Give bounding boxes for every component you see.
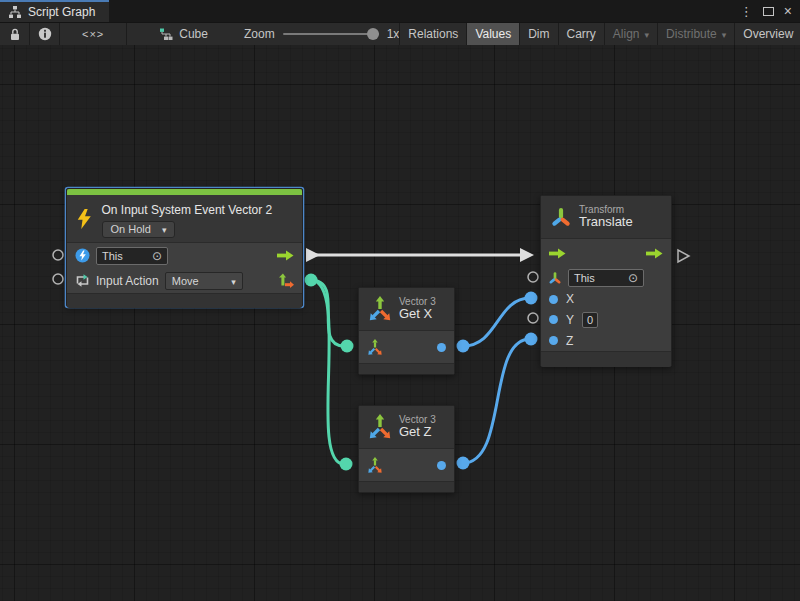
lock-icon: [9, 28, 21, 41]
window-titlebar: Script Graph ⋮ ×: [0, 0, 800, 22]
node-transform-translate[interactable]: Transform Translate This: [540, 195, 672, 367]
info-icon: [38, 27, 52, 41]
toolbar-button-values[interactable]: Values: [467, 23, 520, 45]
transform-icon: [550, 206, 572, 228]
tab-script-graph[interactable]: Script Graph: [0, 0, 109, 22]
translate-this-unconnected-port[interactable]: [528, 272, 538, 282]
getx-output-port-dot[interactable]: [457, 340, 470, 353]
toolbar-button-relations[interactable]: Relations: [400, 23, 467, 45]
port-label-x: X: [566, 292, 574, 306]
node-title: On Input System Event Vector 2: [102, 203, 273, 217]
node-footer: [67, 293, 302, 308]
port-label-y: Y: [566, 313, 574, 327]
getz-input-port-dot[interactable]: [340, 458, 353, 471]
float-output-port[interactable]: [437, 343, 446, 352]
close-icon[interactable]: ×: [784, 4, 792, 18]
graph-toolbar: <×> Cube Zoom 1x Relations Values Dim Ca…: [0, 22, 800, 45]
info-button[interactable]: [30, 23, 60, 45]
vector3-port-icon[interactable]: [367, 457, 383, 474]
toolbar-button-overview[interactable]: Overview: [735, 23, 800, 45]
translate-x-row: X: [541, 289, 671, 309]
node-get-z[interactable]: Vector 3 Get Z: [358, 405, 455, 493]
node-name: Get X: [399, 307, 436, 322]
tab-title: Script Graph: [28, 5, 95, 19]
float-wire-x: [463, 298, 530, 346]
toolbar-button-carry[interactable]: Carry: [559, 23, 605, 45]
input-action-icon: [75, 273, 90, 288]
event-this-field[interactable]: This ⊙: [96, 247, 168, 265]
vector2-wire-to-getx: [311, 280, 344, 346]
event-action-unconnected-port[interactable]: [53, 274, 63, 284]
toolbar-button-dim[interactable]: Dim: [520, 23, 558, 45]
flow-arrowhead-end: [520, 248, 534, 262]
translate-z-row: Z: [541, 330, 671, 351]
node-name: Get Z: [399, 425, 436, 440]
chevron-down-icon: ▾: [162, 225, 167, 235]
float-input-port-z[interactable]: [549, 336, 558, 345]
node-footer: [541, 351, 671, 367]
code-preview-button[interactable]: <×>: [60, 23, 127, 45]
vector2-wire-to-getz: [311, 280, 344, 464]
zoom-slider-handle[interactable]: [367, 28, 379, 40]
y-value-field[interactable]: 0: [582, 312, 598, 328]
flow-output-arrow-icon[interactable]: [277, 250, 294, 261]
vector3-icon: [368, 296, 392, 322]
node-footer: [359, 481, 454, 492]
getz-output-port-dot[interactable]: [457, 457, 470, 470]
getx-input-port-dot[interactable]: [341, 340, 354, 353]
zoom-value: 1x: [387, 27, 400, 41]
gameobject-icon: [75, 248, 90, 263]
float-input-port-y[interactable]: [549, 315, 558, 324]
zoom-label: Zoom: [244, 27, 275, 41]
graph-icon-small: [159, 28, 173, 40]
graph-icon: [8, 6, 22, 18]
translate-y-unconnected-port[interactable]: [528, 313, 538, 323]
translate-z-port-dot[interactable]: [525, 333, 538, 346]
window-controls: ⋮ ×: [740, 0, 800, 22]
target-icon[interactable]: ⊙: [628, 272, 638, 284]
code-icon: <×>: [68, 28, 118, 40]
node-get-x[interactable]: Vector 3 Get X: [358, 287, 455, 375]
event-action-row: Input Action Move ▾: [67, 268, 302, 293]
event-mode-dropdown[interactable]: On Hold ▾: [102, 221, 176, 238]
input-action-label: Input Action: [96, 274, 159, 288]
node-footer: [359, 363, 454, 374]
maximize-icon[interactable]: [763, 7, 774, 16]
chevron-down-icon: ▾: [231, 277, 236, 287]
vector3-port-icon[interactable]: [367, 339, 383, 356]
float-input-port-x[interactable]: [549, 295, 558, 304]
vector3-icon: [368, 414, 392, 440]
translate-x-port-dot[interactable]: [525, 292, 538, 305]
breadcrumb-graph[interactable]: Cube: [149, 23, 218, 45]
event-this-row: This ⊙: [67, 243, 302, 268]
input-action-dropdown[interactable]: Move ▾: [165, 272, 243, 290]
breadcrumb-label: Cube: [179, 27, 208, 41]
zoom-slider[interactable]: [283, 33, 379, 35]
float-wire-z: [463, 339, 530, 463]
translate-y-row: Y 0: [541, 309, 671, 330]
vector2-output-icon[interactable]: [278, 273, 294, 289]
node-on-input-system-event[interactable]: On Input System Event Vector 2 On Hold ▾…: [66, 188, 303, 307]
translate-flow-row: [541, 239, 671, 267]
lightning-icon: [77, 206, 92, 232]
flow-arrowhead-start: [306, 248, 320, 262]
flow-input-arrow-icon[interactable]: [549, 248, 566, 259]
vector2-output-port-dot[interactable]: [305, 274, 318, 287]
toolbar-button-align[interactable]: Align ▾: [605, 23, 658, 45]
lock-button[interactable]: [0, 23, 30, 45]
transform-port-icon[interactable]: [548, 271, 562, 285]
node-name: Translate: [579, 215, 633, 230]
toolbar-button-distribute[interactable]: Distribute ▾: [658, 23, 735, 45]
flow-output-arrow-icon[interactable]: [646, 248, 663, 259]
translate-this-field[interactable]: This ⊙: [568, 269, 644, 287]
getx-port-row: [359, 331, 454, 363]
target-icon[interactable]: ⊙: [152, 250, 162, 262]
zoom-control: Zoom 1x: [244, 23, 399, 45]
event-this-unconnected-port[interactable]: [53, 250, 63, 260]
float-output-port[interactable]: [437, 461, 446, 470]
getz-port-row: [359, 449, 454, 481]
translate-flow-out-unconnected-port[interactable]: [678, 250, 689, 262]
window-menu-icon[interactable]: ⋮: [740, 5, 753, 18]
graph-canvas[interactable]: On Input System Event Vector 2 On Hold ▾…: [0, 45, 800, 601]
chevron-down-icon: ▾: [645, 30, 650, 40]
